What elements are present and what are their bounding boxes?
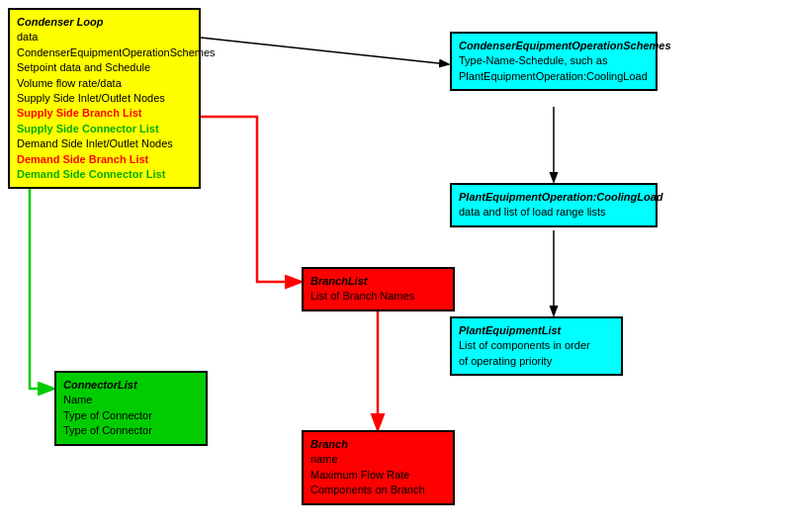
cl-line-1: data (17, 30, 192, 44)
pecl-line-1: data and list of load range lists (459, 205, 649, 220)
cl-line-4: Volume flow rate/data (17, 76, 192, 91)
svg-line-0 (201, 38, 448, 64)
connectorlist-title: ConnectorList (63, 378, 199, 393)
ceos-title: CondenserEquipmentOperationSchemes (459, 39, 649, 53)
ceos-line-2: PlantEquipmentOperation:CoolingLoad (459, 69, 649, 84)
branch-line-3: Components on Branch (310, 483, 446, 497)
connectorlist-node: ConnectorList Name Type of Connector Typ… (54, 371, 208, 446)
condenser-loop-title: Condenser Loop (17, 15, 192, 30)
branch-line-2: Maximum Flow Rate (310, 468, 446, 483)
cl-line-8: Demand Side Inlet/Outlet Nodes (17, 136, 192, 151)
pel-line-2: of operating priority (459, 354, 614, 369)
pecl-title: PlantEquipmentOperation:CoolingLoad (459, 190, 649, 205)
condenser-loop-node: Condenser Loop data CondenserEquipmentOp… (8, 8, 201, 189)
pel-title: PlantEquipmentList (459, 323, 614, 338)
cl-line-2: CondenserEquipmentOperationSchemes (17, 45, 192, 60)
branch-title: Branch (310, 437, 446, 452)
pel-line-1: List of components in order (459, 338, 614, 353)
branchlist-title: BranchList (310, 274, 446, 289)
branch-node: Branch name Maximum Flow Rate Components… (302, 430, 455, 505)
connectorlist-line-1: Name (63, 393, 199, 407)
connectorlist-line-3: Type of Connector (63, 423, 199, 438)
cl-line-7: Supply Side Connector List (17, 122, 192, 136)
connectorlist-line-2: Type of Connector (63, 408, 199, 423)
cl-line-3: Setpoint data and Schedule (17, 60, 192, 75)
pel-node: PlantEquipmentList List of components in… (450, 316, 623, 376)
cl-line-5: Supply Side Inlet/Outlet Nodes (17, 91, 192, 106)
cl-line-10: Demand Side Connector List (17, 167, 192, 182)
branchlist-node: BranchList List of Branch Names (302, 267, 455, 311)
branch-line-1: name (310, 452, 446, 467)
ceos-node: CondenserEquipmentOperationSchemes Type-… (450, 32, 658, 91)
cl-line-9: Demand Side Branch List (17, 152, 192, 167)
branchlist-line-1: List of Branch Names (310, 289, 446, 304)
pecl-node: PlantEquipmentOperation:CoolingLoad data… (450, 183, 658, 227)
ceos-line-1: Type-Name-Schedule, such as (459, 53, 649, 68)
cl-line-6: Supply Side Branch List (17, 106, 192, 121)
diagram-container: Condenser Loop data CondenserEquipmentOp… (0, 0, 791, 532)
